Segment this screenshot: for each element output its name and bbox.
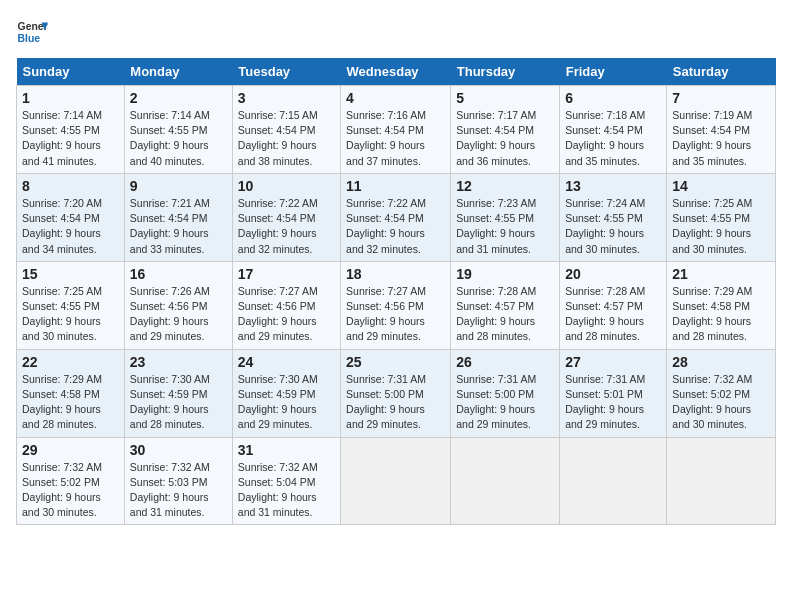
week-row-2: 8 Sunrise: 7:20 AMSunset: 4:54 PMDayligh… bbox=[17, 173, 776, 261]
calendar-cell: 10 Sunrise: 7:22 AMSunset: 4:54 PMDaylig… bbox=[232, 173, 340, 261]
day-info: Sunrise: 7:21 AMSunset: 4:54 PMDaylight:… bbox=[130, 197, 210, 255]
day-info: Sunrise: 7:14 AMSunset: 4:55 PMDaylight:… bbox=[22, 109, 102, 167]
calendar-cell: 13 Sunrise: 7:24 AMSunset: 4:55 PMDaylig… bbox=[560, 173, 667, 261]
day-number: 15 bbox=[22, 266, 119, 282]
day-number: 23 bbox=[130, 354, 227, 370]
calendar-cell: 14 Sunrise: 7:25 AMSunset: 4:55 PMDaylig… bbox=[667, 173, 776, 261]
day-number: 9 bbox=[130, 178, 227, 194]
day-number: 21 bbox=[672, 266, 770, 282]
calendar-cell: 9 Sunrise: 7:21 AMSunset: 4:54 PMDayligh… bbox=[124, 173, 232, 261]
weekday-monday: Monday bbox=[124, 58, 232, 86]
calendar-cell: 4 Sunrise: 7:16 AMSunset: 4:54 PMDayligh… bbox=[341, 86, 451, 174]
day-info: Sunrise: 7:28 AMSunset: 4:57 PMDaylight:… bbox=[565, 285, 645, 343]
day-number: 26 bbox=[456, 354, 554, 370]
calendar-cell: 24 Sunrise: 7:30 AMSunset: 4:59 PMDaylig… bbox=[232, 349, 340, 437]
week-row-1: 1 Sunrise: 7:14 AMSunset: 4:55 PMDayligh… bbox=[17, 86, 776, 174]
day-number: 18 bbox=[346, 266, 445, 282]
day-info: Sunrise: 7:30 AMSunset: 4:59 PMDaylight:… bbox=[130, 373, 210, 431]
page-header: General Blue bbox=[16, 16, 776, 48]
calendar-cell: 18 Sunrise: 7:27 AMSunset: 4:56 PMDaylig… bbox=[341, 261, 451, 349]
day-number: 29 bbox=[22, 442, 119, 458]
calendar-cell: 2 Sunrise: 7:14 AMSunset: 4:55 PMDayligh… bbox=[124, 86, 232, 174]
day-number: 28 bbox=[672, 354, 770, 370]
day-number: 25 bbox=[346, 354, 445, 370]
day-info: Sunrise: 7:16 AMSunset: 4:54 PMDaylight:… bbox=[346, 109, 426, 167]
day-number: 30 bbox=[130, 442, 227, 458]
day-info: Sunrise: 7:24 AMSunset: 4:55 PMDaylight:… bbox=[565, 197, 645, 255]
calendar-body: 1 Sunrise: 7:14 AMSunset: 4:55 PMDayligh… bbox=[17, 86, 776, 525]
calendar-cell: 12 Sunrise: 7:23 AMSunset: 4:55 PMDaylig… bbox=[451, 173, 560, 261]
day-number: 1 bbox=[22, 90, 119, 106]
day-info: Sunrise: 7:28 AMSunset: 4:57 PMDaylight:… bbox=[456, 285, 536, 343]
day-info: Sunrise: 7:32 AMSunset: 5:02 PMDaylight:… bbox=[672, 373, 752, 431]
day-number: 17 bbox=[238, 266, 335, 282]
calendar-cell: 22 Sunrise: 7:29 AMSunset: 4:58 PMDaylig… bbox=[17, 349, 125, 437]
calendar-cell: 3 Sunrise: 7:15 AMSunset: 4:54 PMDayligh… bbox=[232, 86, 340, 174]
day-number: 5 bbox=[456, 90, 554, 106]
day-number: 7 bbox=[672, 90, 770, 106]
day-number: 2 bbox=[130, 90, 227, 106]
calendar-cell bbox=[560, 437, 667, 525]
day-info: Sunrise: 7:22 AMSunset: 4:54 PMDaylight:… bbox=[238, 197, 318, 255]
calendar-cell: 5 Sunrise: 7:17 AMSunset: 4:54 PMDayligh… bbox=[451, 86, 560, 174]
calendar-cell: 23 Sunrise: 7:30 AMSunset: 4:59 PMDaylig… bbox=[124, 349, 232, 437]
day-number: 4 bbox=[346, 90, 445, 106]
weekday-sunday: Sunday bbox=[17, 58, 125, 86]
day-info: Sunrise: 7:31 AMSunset: 5:00 PMDaylight:… bbox=[456, 373, 536, 431]
day-number: 19 bbox=[456, 266, 554, 282]
day-info: Sunrise: 7:31 AMSunset: 5:00 PMDaylight:… bbox=[346, 373, 426, 431]
svg-text:Blue: Blue bbox=[18, 33, 41, 44]
calendar-cell: 26 Sunrise: 7:31 AMSunset: 5:00 PMDaylig… bbox=[451, 349, 560, 437]
calendar-table: SundayMondayTuesdayWednesdayThursdayFrid… bbox=[16, 58, 776, 525]
day-info: Sunrise: 7:19 AMSunset: 4:54 PMDaylight:… bbox=[672, 109, 752, 167]
calendar-cell: 11 Sunrise: 7:22 AMSunset: 4:54 PMDaylig… bbox=[341, 173, 451, 261]
weekday-wednesday: Wednesday bbox=[341, 58, 451, 86]
day-number: 11 bbox=[346, 178, 445, 194]
weekday-header-row: SundayMondayTuesdayWednesdayThursdayFrid… bbox=[17, 58, 776, 86]
logo-icon: General Blue bbox=[16, 16, 48, 48]
day-info: Sunrise: 7:31 AMSunset: 5:01 PMDaylight:… bbox=[565, 373, 645, 431]
day-number: 8 bbox=[22, 178, 119, 194]
weekday-saturday: Saturday bbox=[667, 58, 776, 86]
day-number: 6 bbox=[565, 90, 661, 106]
calendar-cell: 20 Sunrise: 7:28 AMSunset: 4:57 PMDaylig… bbox=[560, 261, 667, 349]
calendar-cell: 15 Sunrise: 7:25 AMSunset: 4:55 PMDaylig… bbox=[17, 261, 125, 349]
calendar-cell: 21 Sunrise: 7:29 AMSunset: 4:58 PMDaylig… bbox=[667, 261, 776, 349]
weekday-thursday: Thursday bbox=[451, 58, 560, 86]
calendar-cell: 25 Sunrise: 7:31 AMSunset: 5:00 PMDaylig… bbox=[341, 349, 451, 437]
day-info: Sunrise: 7:29 AMSunset: 4:58 PMDaylight:… bbox=[22, 373, 102, 431]
calendar-cell: 16 Sunrise: 7:26 AMSunset: 4:56 PMDaylig… bbox=[124, 261, 232, 349]
day-number: 24 bbox=[238, 354, 335, 370]
day-info: Sunrise: 7:23 AMSunset: 4:55 PMDaylight:… bbox=[456, 197, 536, 255]
calendar-cell: 7 Sunrise: 7:19 AMSunset: 4:54 PMDayligh… bbox=[667, 86, 776, 174]
day-info: Sunrise: 7:29 AMSunset: 4:58 PMDaylight:… bbox=[672, 285, 752, 343]
calendar-cell: 27 Sunrise: 7:31 AMSunset: 5:01 PMDaylig… bbox=[560, 349, 667, 437]
day-number: 20 bbox=[565, 266, 661, 282]
day-info: Sunrise: 7:26 AMSunset: 4:56 PMDaylight:… bbox=[130, 285, 210, 343]
day-info: Sunrise: 7:32 AMSunset: 5:04 PMDaylight:… bbox=[238, 461, 318, 519]
calendar-cell: 19 Sunrise: 7:28 AMSunset: 4:57 PMDaylig… bbox=[451, 261, 560, 349]
day-info: Sunrise: 7:22 AMSunset: 4:54 PMDaylight:… bbox=[346, 197, 426, 255]
calendar-cell bbox=[667, 437, 776, 525]
day-number: 13 bbox=[565, 178, 661, 194]
day-info: Sunrise: 7:25 AMSunset: 4:55 PMDaylight:… bbox=[672, 197, 752, 255]
calendar-cell: 8 Sunrise: 7:20 AMSunset: 4:54 PMDayligh… bbox=[17, 173, 125, 261]
day-info: Sunrise: 7:32 AMSunset: 5:02 PMDaylight:… bbox=[22, 461, 102, 519]
calendar-cell: 29 Sunrise: 7:32 AMSunset: 5:02 PMDaylig… bbox=[17, 437, 125, 525]
day-info: Sunrise: 7:20 AMSunset: 4:54 PMDaylight:… bbox=[22, 197, 102, 255]
day-number: 16 bbox=[130, 266, 227, 282]
day-info: Sunrise: 7:14 AMSunset: 4:55 PMDaylight:… bbox=[130, 109, 210, 167]
day-number: 14 bbox=[672, 178, 770, 194]
day-number: 12 bbox=[456, 178, 554, 194]
day-info: Sunrise: 7:27 AMSunset: 4:56 PMDaylight:… bbox=[238, 285, 318, 343]
day-number: 27 bbox=[565, 354, 661, 370]
day-info: Sunrise: 7:30 AMSunset: 4:59 PMDaylight:… bbox=[238, 373, 318, 431]
day-info: Sunrise: 7:32 AMSunset: 5:03 PMDaylight:… bbox=[130, 461, 210, 519]
weekday-tuesday: Tuesday bbox=[232, 58, 340, 86]
calendar-cell bbox=[341, 437, 451, 525]
calendar-cell: 6 Sunrise: 7:18 AMSunset: 4:54 PMDayligh… bbox=[560, 86, 667, 174]
day-info: Sunrise: 7:17 AMSunset: 4:54 PMDaylight:… bbox=[456, 109, 536, 167]
day-number: 10 bbox=[238, 178, 335, 194]
weekday-friday: Friday bbox=[560, 58, 667, 86]
day-number: 22 bbox=[22, 354, 119, 370]
